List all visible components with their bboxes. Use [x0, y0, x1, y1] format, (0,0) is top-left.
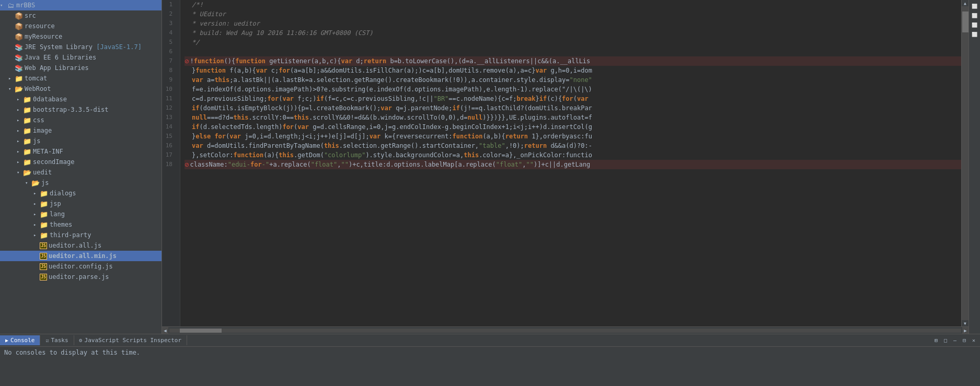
code-line-7: ⊘!function(){function getListener(a,b,c)… [185, 56, 961, 66]
scroll-track[interactable] [962, 6, 969, 320]
console-tab-icon-JavaScript Scripts Inspector: ⚙ [79, 337, 83, 343]
code-text-4: * build: Wed Aug 10 2016 11:06:16 GMT+08… [192, 28, 373, 38]
tree-item-css[interactable]: ▸📁css [0, 115, 162, 125]
tree-item-tomcat[interactable]: ▸📁tomcat [0, 73, 162, 84]
tree-item-WebRoot[interactable]: ▾📂WebRoot [0, 84, 162, 94]
expand-arrow-tomcat[interactable]: ▸ [8, 76, 15, 81]
tree-item-ueditor.all.js[interactable]: JSueditor.all.js [0, 240, 162, 251]
expand-arrow-secondImage[interactable]: ▸ [17, 159, 23, 165]
tree-item-0database[interactable]: ▸📁0database [0, 94, 162, 104]
console-action-2[interactable]: □ [941, 336, 950, 345]
tree-item-ueditor.all.min.js[interactable]: JSueditor.all.min.js [0, 251, 162, 261]
expand-arrow-uedit-js[interactable]: ▾ [25, 180, 31, 185]
line-num-5: 5 [162, 38, 176, 47]
code-content[interactable]: /*! * UEditor * version: ueditor * build… [180, 0, 961, 326]
tree-label-META-INF: META-INF [33, 148, 63, 155]
tree-item-mrBBS[interactable]: ▾🗂mrBBS [0, 0, 162, 10]
scroll-right-button[interactable]: ▶ [962, 327, 969, 334]
scroll-up-button[interactable]: ▲ [962, 0, 969, 6]
scroll-left-button[interactable]: ◀ [162, 327, 168, 334]
library-icon-jre: 📚 [15, 43, 23, 51]
vertical-scrollbar[interactable]: ▲ ▼ [961, 0, 969, 326]
tree-item-resource[interactable]: 📦resource [0, 21, 162, 31]
tree-item-third-party[interactable]: ▸📁third-party [0, 230, 162, 240]
expand-arrow-js[interactable]: ▸ [17, 138, 23, 144]
tree-item-themes[interactable]: ▸📁themes [0, 219, 162, 230]
tree-item-webapp[interactable]: 📚Web App Libraries [0, 63, 162, 73]
right-icon-2[interactable]: ⬜ [970, 11, 980, 20]
tree-label-css: css [33, 116, 44, 124]
tree-item-uedit[interactable]: ▾📂uedit [0, 167, 162, 178]
hscroll-track[interactable] [169, 329, 961, 333]
tree-item-js[interactable]: ▸📁js [0, 136, 162, 146]
tree-item-META-INF[interactable]: ▸📁META-INF [0, 146, 162, 157]
code-line-4: * build: Wed Aug 10 2016 11:06:16 GMT+08… [185, 28, 961, 38]
expand-arrow-0database[interactable]: ▸ [17, 97, 23, 102]
tree-item-src[interactable]: 📦src [0, 10, 162, 21]
expand-arrow-uedit[interactable]: ▾ [17, 170, 23, 175]
horizontal-scrollbar[interactable]: ◀ ▶ [162, 326, 969, 334]
tree-item-ueditor.parse.js[interactable]: JSueditor.parse.js [0, 272, 162, 282]
library-icon-webapp: 📚 [15, 64, 23, 72]
tree-label-ueditor.config.js: ueditor.config.js [49, 263, 113, 270]
console-tab-label-Console: Console [10, 337, 34, 344]
tree-item-ueditor.config.js[interactable]: JSueditor.config.js [0, 261, 162, 272]
folder-icon-META-INF: 📁 [23, 147, 31, 156]
tree-label-ueditor.parse.js: ueditor.parse.js [49, 273, 109, 280]
line-num-12: 12 [162, 103, 176, 113]
tree-item-uedit-js[interactable]: ▾📂js [0, 178, 162, 188]
console-tab-tasks[interactable]: ☑Tasks [40, 335, 74, 345]
expand-arrow-jsp[interactable]: ▸ [33, 201, 40, 206]
tree-label-lang: lang [50, 210, 65, 218]
tree-item-jre[interactable]: 📚JRE System Library [JavaSE-1.7] [0, 42, 162, 52]
tree-item-image[interactable]: ▸📁image [0, 125, 162, 136]
code-text-14: if(d.selectedTds.length)for(var g=d.cell… [192, 122, 592, 132]
tree-label-jsp: jsp [50, 200, 61, 207]
expand-arrow-css[interactable]: ▸ [17, 118, 23, 123]
expand-arrow-bootstrap[interactable]: ▸ [17, 107, 23, 112]
tree-item-secondImage[interactable]: ▸📁secondImage [0, 157, 162, 167]
line-num-2: 2 [162, 9, 176, 19]
expand-arrow-WebRoot[interactable]: ▾ [8, 86, 15, 91]
code-text-3: * version: ueditor [192, 19, 260, 28]
expand-arrow-lang[interactable]: ▸ [33, 212, 40, 217]
tree-label-src: src [25, 12, 36, 19]
tree-item-myResource[interactable]: 📦myResource [0, 31, 162, 42]
expand-arrow-META-INF[interactable]: ▸ [17, 149, 23, 154]
line-num-4: 4 [162, 28, 176, 38]
expand-arrow-dialogs[interactable]: ▸ [33, 191, 40, 196]
expand-arrow-mrBBS[interactable]: ▾ [0, 3, 6, 8]
expand-arrow-themes[interactable]: ▸ [33, 222, 40, 227]
error-marker-18: ⊘ [185, 160, 189, 169]
tree-item-dialogs[interactable]: ▸📁dialogs [0, 188, 162, 198]
folder-icon-uedit-js: 📂 [31, 179, 40, 187]
right-icon-4[interactable]: ⬜ [970, 30, 980, 39]
folder-icon-js: 📁 [23, 137, 31, 145]
console-minimize[interactable]: — [951, 336, 959, 345]
line-num-15: 15 [162, 132, 176, 141]
tree-label-myResource: myResource [25, 33, 62, 40]
expand-arrow-third-party[interactable]: ▸ [33, 232, 40, 238]
scroll-thumb[interactable] [962, 11, 969, 32]
tree-item-javaee[interactable]: 📚Java EE 6 Libraries [0, 52, 162, 63]
console-action-1[interactable]: ⊞ [932, 336, 940, 345]
folder-icon-WebRoot: 📂 [15, 85, 23, 93]
console-tab-javascript-scripts-inspector[interactable]: ⚙JavaScript Scripts Inspector [74, 335, 187, 345]
hscroll-thumb[interactable] [180, 329, 222, 333]
code-text-1: /*! [192, 0, 203, 9]
scroll-down-button[interactable]: ▼ [962, 320, 969, 326]
right-icon-3[interactable]: ⬜ [970, 21, 980, 29]
console-tab-console[interactable]: ▶Console [0, 335, 40, 345]
right-icon-1[interactable]: ⬜ [970, 2, 980, 10]
line-num-10: 10 [162, 85, 176, 94]
folder-icon-third-party: 📁 [40, 231, 48, 239]
code-line-12: if(domUtils.isEmptyBlock(j)){p=l.createB… [185, 103, 961, 113]
tree-item-jsp[interactable]: ▸📁jsp [0, 198, 162, 209]
expand-arrow-image[interactable]: ▸ [17, 128, 23, 133]
editor-area: 123456789101112131415161718 /*! * UEdito… [162, 0, 969, 334]
console-close[interactable]: ✕ [970, 336, 978, 345]
tree-item-bootstrap[interactable]: ▸📁bootstrap-3.3.5-dist [0, 104, 162, 115]
console-action-4[interactable]: ⊟ [960, 336, 969, 345]
tree-label-webapp: Web App Libraries [25, 64, 89, 72]
tree-item-lang[interactable]: ▸📁lang [0, 209, 162, 219]
